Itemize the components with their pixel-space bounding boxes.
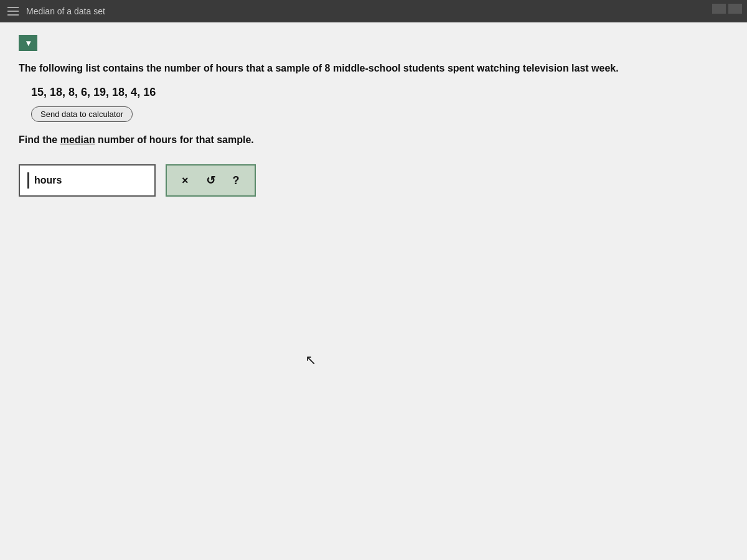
- expand-button[interactable]: ▾: [19, 35, 37, 51]
- minimize-button[interactable]: [712, 4, 726, 14]
- cursor-arrow: ↖: [305, 352, 316, 368]
- find-text-after: number of hours for that sample.: [95, 134, 254, 145]
- content-area: ▾ The following list contains the number…: [0, 22, 747, 209]
- action-buttons-box: × ↺ ?: [166, 164, 256, 197]
- main-page: ▾ The following list contains the number…: [0, 22, 747, 560]
- help-button[interactable]: ?: [230, 174, 242, 187]
- maximize-button[interactable]: [728, 4, 742, 14]
- clear-button[interactable]: ×: [179, 174, 191, 187]
- window-controls: [712, 4, 742, 14]
- undo-button[interactable]: ↺: [204, 174, 218, 187]
- problem-intro: The following list contains the number o…: [19, 61, 728, 76]
- top-bar-title: Median of a data set: [26, 6, 105, 16]
- top-bar: Median of a data set: [0, 0, 747, 22]
- data-set: 15, 18, 8, 6, 19, 18, 4, 16: [31, 86, 728, 99]
- hours-label: hours: [34, 175, 62, 186]
- find-median-text: Find the median number of hours for that…: [19, 134, 728, 146]
- median-link: median: [60, 134, 95, 145]
- answer-input-box[interactable]: hours: [19, 164, 156, 197]
- text-cursor: [27, 172, 29, 189]
- answer-row: hours × ↺ ?: [19, 164, 728, 197]
- find-text-before: Find the: [19, 134, 60, 145]
- hamburger-icon[interactable]: [7, 7, 19, 16]
- send-data-button[interactable]: Send data to calculator: [31, 106, 133, 122]
